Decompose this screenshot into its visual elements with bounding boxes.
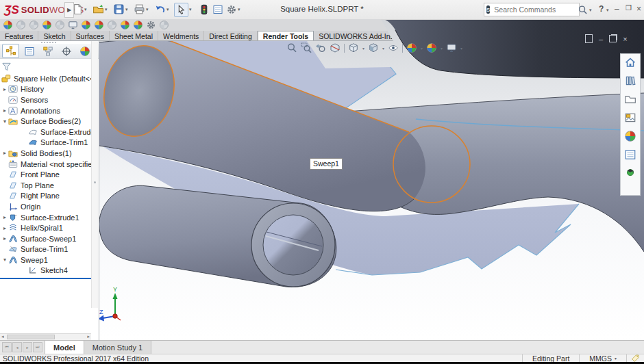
previous-view-icon[interactable]: [315, 42, 326, 53]
edit-appearance-icon[interactable]: [3, 20, 13, 30]
scroll-right-arrow-icon[interactable]: ▸: [87, 334, 90, 339]
scroll-left-arrow-icon[interactable]: ◂: [1, 334, 4, 339]
copy-appearance-icon[interactable]: [16, 20, 26, 30]
zoom-to-fit-icon[interactable]: [286, 42, 297, 53]
view-settings-icon[interactable]: [446, 42, 457, 53]
tree-scrollbar[interactable]: [91, 41, 98, 308]
tab-solidworks-add-ins[interactable]: SOLIDWORKS Add-Ins: [314, 31, 399, 40]
display-style-icon[interactable]: [368, 42, 379, 53]
tree-item-sketch4[interactable]: Sketch4: [0, 265, 91, 276]
tree-item-sensors[interactable]: Sensors: [0, 94, 91, 105]
tab-sheet-metal[interactable]: Sheet Metal: [110, 31, 158, 40]
edit-appearance-icon[interactable]: [406, 42, 417, 53]
units-caret-icon[interactable]: ▾: [615, 356, 617, 361]
section-view-icon[interactable]: [330, 42, 340, 53]
paste-appearance-icon[interactable]: [29, 20, 39, 30]
close-button[interactable]: ×: [636, 4, 641, 14]
configuration-manager-tab[interactable]: [39, 44, 56, 58]
first-tab-button[interactable]: ⏮: [2, 342, 12, 352]
dropdown-caret-icon[interactable]: ▾: [382, 46, 384, 51]
document-close-button[interactable]: ×: [623, 35, 627, 43]
minimize-button[interactable]: –: [615, 4, 619, 14]
tab-surfaces[interactable]: Surfaces: [71, 31, 110, 40]
search-input[interactable]: [493, 5, 588, 14]
units-selector[interactable]: MMGS▾: [579, 354, 626, 362]
last-tab-button[interactable]: ⏭: [33, 342, 42, 352]
design-library-icon[interactable]: [624, 75, 636, 87]
search-magnifier-icon[interactable]: [578, 3, 588, 16]
previous-tab-button[interactable]: ◂: [12, 342, 22, 352]
status-tag[interactable]: [626, 354, 644, 362]
recall-last-render-icon[interactable]: [133, 20, 143, 30]
tree-item-material[interactable]: Material <not specified>: [0, 159, 91, 170]
dropdown-caret-icon[interactable]: ▾: [441, 46, 443, 51]
restore-button[interactable]: ❐: [626, 4, 632, 12]
render-options-icon[interactable]: [146, 20, 156, 30]
dropdown-caret-icon[interactable]: ▾: [606, 8, 609, 13]
tree-item-surface-trim1-body[interactable]: Surface-Trim1: [0, 138, 91, 148]
tree-item-top-plane[interactable]: Top Plane: [0, 180, 91, 191]
view-orientation-icon[interactable]: [348, 42, 359, 53]
edit-decal-icon[interactable]: [55, 20, 65, 30]
material-icon: [8, 159, 18, 169]
tab-sketch[interactable]: Sketch: [38, 31, 71, 40]
tree-item-surface-sweep1[interactable]: ▸Surface-Sweep1: [0, 233, 91, 244]
tab-model[interactable]: Model: [45, 341, 84, 354]
preview-window-icon[interactable]: [81, 20, 91, 30]
apply-scene-icon[interactable]: [426, 42, 437, 53]
tab-motion-study-1[interactable]: Motion Study 1: [84, 341, 151, 354]
surface-body-icon: [28, 138, 38, 147]
feature-tooltip: Sweep1: [310, 158, 343, 170]
rollback-bar[interactable]: [0, 278, 91, 279]
document-menu-icon[interactable]: [585, 34, 593, 43]
document-restore-button[interactable]: [609, 35, 617, 42]
dimxpert-manager-tab[interactable]: [58, 44, 75, 58]
tree-item-front-plane[interactable]: Front Plane: [0, 169, 91, 180]
tree-horizontal-scrollbar[interactable]: ◂ ▸: [0, 333, 91, 340]
document-minimize-button[interactable]: –: [599, 35, 603, 43]
proof-sheet-icon[interactable]: [159, 20, 169, 30]
integrated-preview-icon[interactable]: [68, 20, 78, 30]
filter-funnel-icon[interactable]: [1, 62, 12, 72]
tree-item-part-root[interactable]: Square Helix (Default<<Defaul: [0, 73, 91, 84]
surface-trim-icon: [8, 244, 18, 254]
edit-scene-icon[interactable]: [42, 20, 52, 30]
dropdown-caret-icon[interactable]: ▾: [362, 46, 364, 51]
search-commands-box[interactable]: S: [484, 3, 580, 16]
feature-tree-tab[interactable]: [2, 44, 19, 58]
tree-item-surface-bodies[interactable]: ▾Surface Bodies(2): [0, 116, 91, 127]
dropdown-caret-icon[interactable]: ▾: [421, 46, 423, 51]
dropdown-caret-icon[interactable]: ▾: [589, 8, 592, 13]
property-manager-tab[interactable]: [21, 44, 38, 58]
tab-render-tools[interactable]: Render Tools: [258, 31, 314, 40]
hide-show-items-icon[interactable]: [388, 42, 399, 53]
view-palette-icon[interactable]: [624, 112, 636, 124]
file-explorer-icon[interactable]: [624, 93, 636, 105]
tree-item-annotations[interactable]: ▸Annotations: [0, 105, 91, 116]
tree-item-history[interactable]: ▸History: [0, 84, 91, 95]
tree-item-surface-extrude1-body[interactable]: Surface-Extrude1: [0, 127, 91, 138]
graphics-area[interactable]: Y Z: [99, 19, 644, 340]
tab-features[interactable]: Features: [0, 31, 38, 40]
appearances-scenes-icon[interactable]: [624, 130, 636, 142]
tab-direct-editing[interactable]: Direct Editing: [204, 31, 257, 40]
zoom-to-area-icon[interactable]: [301, 42, 312, 53]
solidworks-forum-icon[interactable]: [626, 167, 635, 177]
dropdown-caret-icon[interactable]: ▾: [460, 46, 462, 51]
tree-item-origin[interactable]: Origin: [0, 201, 91, 212]
tree-item-solid-bodies[interactable]: ▸Solid Bodies(1): [0, 148, 91, 159]
tree-item-surface-trim1[interactable]: Surface-Trim1: [0, 244, 91, 255]
custom-properties-icon[interactable]: [624, 148, 636, 161]
schedule-render-icon[interactable]: [120, 20, 130, 30]
tree-item-helix-spiral1[interactable]: ▸Helix/Spiral1: [0, 222, 91, 233]
tree-item-sweep1[interactable]: ▾Sweep1: [0, 255, 91, 265]
next-tab-button[interactable]: ▸: [23, 342, 32, 352]
tree-item-surface-extrude1[interactable]: ▸Surface-Extrude1: [0, 212, 91, 223]
tab-weldments[interactable]: Weldments: [158, 31, 204, 40]
help-button[interactable]: ?: [599, 4, 604, 14]
render-region-icon[interactable]: [107, 20, 117, 30]
home-icon[interactable]: [624, 56, 636, 68]
tree-item-right-plane[interactable]: Right Plane: [0, 191, 91, 202]
final-render-icon[interactable]: [94, 20, 104, 30]
scrollbar-thumb[interactable]: [7, 335, 55, 339]
